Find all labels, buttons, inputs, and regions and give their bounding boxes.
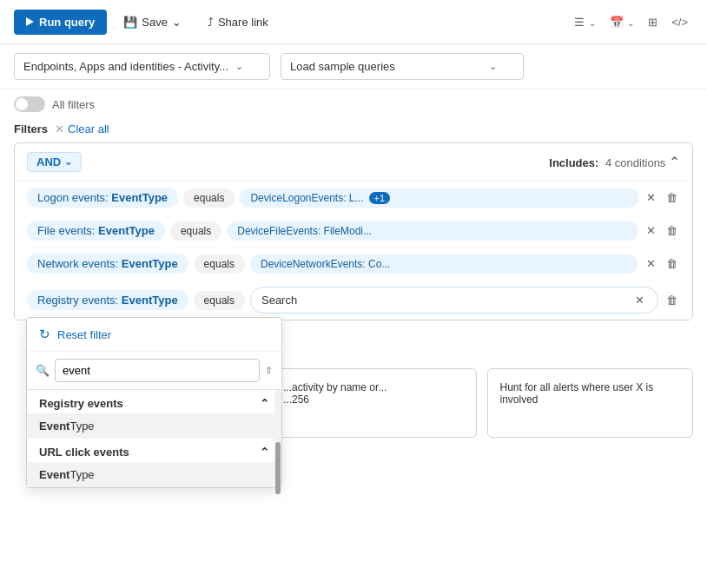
bottom-card-1[interactable]: ...activity by name or......256 (270, 368, 477, 438)
value-tag-2[interactable]: DeviceFileEvents: FileModi... (227, 221, 638, 241)
share-link-label: Share link (218, 16, 268, 29)
condition-field-4[interactable]: Registry events: EventType (27, 290, 188, 310)
reset-filter-item[interactable]: ↻ Reset filter (27, 318, 281, 352)
field-prefix-1: Logon events: (37, 191, 111, 204)
popup-scroll-content: Registry events ⌃ EventType URL click ev… (27, 390, 281, 487)
clear-search-value-button[interactable]: ✕ (632, 291, 647, 309)
popup-scroll-area: Registry events ⌃ EventType URL click ev… (27, 390, 281, 487)
run-query-button[interactable]: Run query (14, 10, 107, 35)
condition-row-4: Registry events: EventType equals Search… (15, 281, 692, 320)
value-tag-3[interactable]: DeviceNetworkEvents: Co... (250, 254, 638, 274)
field-name-1: EventType (111, 191, 168, 204)
field-name-4: EventType (122, 294, 178, 307)
and-operator-button[interactable]: AND ⌄ (27, 152, 82, 172)
filter-block: AND ⌄ Includes: 4 conditions ⌃ Logon eve… (14, 142, 693, 320)
popup-search-icon: 🔍 (36, 364, 50, 377)
toolbar: Run query 💾 Save ⌄ ⤴ Share link ☰ ⌄ 📅 ⌄ (0, 0, 707, 44)
bottom-card-2-text: Hunt for all alerts where user X is invo… (500, 381, 681, 406)
delete-condition-2-button[interactable]: 🗑 (664, 221, 680, 240)
field-prefix-2: File events: (37, 224, 98, 237)
filters-header-row: Filters ✕ Clear all (0, 119, 707, 139)
toolbar-right: ☰ ⌄ 📅 ⌄ ⊞ </> (569, 9, 693, 35)
list-icon: ☰ (574, 16, 585, 29)
equals-tag-1: equals (183, 188, 235, 208)
registry-section-label: Registry events (39, 397, 123, 410)
popup-section-registry: Registry events ⌃ (27, 390, 281, 413)
clear-condition-3-button[interactable]: ✕ (644, 254, 658, 273)
list-chevron-icon: ⌄ (589, 18, 596, 28)
condition-field-2[interactable]: File events: EventType (27, 221, 165, 241)
popup-item-url-eventtype[interactable]: EventType (27, 462, 281, 487)
all-filters-toggle[interactable] (14, 96, 45, 112)
and-label: AND (36, 155, 61, 168)
condition-row-3: Network events: EventType equals DeviceN… (15, 248, 692, 281)
conditions-count: 4 conditions (605, 156, 665, 169)
delete-condition-1-button[interactable]: 🗑 (664, 188, 680, 207)
sample-queries-chevron-icon: ⌄ (489, 61, 497, 72)
selects-row: Endpoints, Apps and identities - Activit… (0, 44, 707, 89)
popup-search-input[interactable] (55, 359, 260, 382)
popup-item-registry-eventtype[interactable]: EventType (27, 413, 281, 439)
share-link-button[interactable]: ⤴ Share link (198, 10, 278, 35)
source-chevron-icon: ⌄ (235, 61, 243, 72)
play-icon (26, 17, 34, 26)
popup-item-url-bold: Event (39, 468, 69, 481)
popup-section-url: URL click events ⌃ (27, 439, 281, 462)
value-tag-1[interactable]: DeviceLogonEvents: L...+1 (240, 188, 638, 208)
reset-filter-label: Reset filter (57, 328, 111, 341)
sample-queries-dropdown[interactable]: Load sample queries ⌄ (281, 53, 524, 80)
source-dropdown-value: Endpoints, Apps and identities - Activit… (23, 60, 228, 73)
condition-row-2: File events: EventType equals DeviceFile… (15, 215, 692, 248)
popup-search-row: 🔍 ⇧ (27, 352, 281, 390)
clear-all-label: Clear all (68, 122, 109, 135)
includes-text: Includes: 4 conditions (549, 156, 669, 169)
url-section-chevron-icon[interactable]: ⌃ (260, 446, 269, 459)
collapse-button[interactable]: ⌃ (669, 154, 680, 170)
code-icon: </> (671, 16, 688, 29)
url-section-label: URL click events (39, 446, 129, 459)
clear-condition-1-button[interactable]: ✕ (644, 188, 658, 207)
save-chevron-icon: ⌄ (172, 16, 182, 29)
includes-info: Includes: 4 conditions ⌃ (549, 154, 680, 170)
and-chevron-icon: ⌄ (64, 156, 72, 168)
popup-scrollbar-thumb (275, 442, 281, 494)
clear-all-x-icon: ✕ (55, 122, 64, 135)
calendar-chevron-icon: ⌄ (627, 18, 634, 28)
delete-condition-3-button[interactable]: 🗑 (664, 254, 680, 273)
reset-icon: ↻ (39, 327, 50, 342)
popup-scrollbar (274, 390, 281, 487)
search-value-text: Search (261, 294, 297, 307)
list-view-button[interactable]: ☰ ⌄ (569, 9, 600, 35)
search-value-box[interactable]: Search ✕ (250, 287, 658, 314)
bottom-cards-area: ...activity by name or......256 Hunt for… (256, 360, 707, 446)
calendar-button[interactable]: 📅 ⌄ (605, 9, 639, 35)
save-button[interactable]: 💾 Save ⌄ (114, 10, 191, 35)
source-dropdown[interactable]: Endpoints, Apps and identities - Activit… (14, 53, 270, 80)
equals-tag-2: equals (170, 221, 221, 241)
condition-row-1: Logon events: EventType equals DeviceLog… (15, 182, 692, 215)
clear-all-button[interactable]: ✕ Clear all (55, 122, 109, 135)
save-label: Save (142, 16, 168, 29)
popup-scroll-up[interactable]: ⇧ (265, 365, 273, 376)
toolbar-left: Run query 💾 Save ⌄ ⤴ Share link (14, 10, 278, 35)
code-button[interactable]: </> (666, 9, 693, 35)
condition-field-3[interactable]: Network events: EventType (27, 254, 188, 274)
sample-queries-value: Load sample queries (290, 60, 395, 73)
registry-section-chevron-icon[interactable]: ⌃ (260, 397, 269, 410)
bottom-card-2[interactable]: Hunt for all alerts where user X is invo… (487, 368, 694, 438)
popup-item-url-suffix: Type (69, 468, 94, 481)
field-prefix-4: Registry events: (37, 294, 122, 307)
clear-condition-2-button[interactable]: ✕ (644, 221, 658, 240)
condition-field-1[interactable]: Logon events: EventType (27, 188, 178, 208)
field-name-2: EventType (98, 224, 155, 237)
all-filters-label: All filters (52, 98, 95, 111)
equals-tag-4: equals (194, 291, 245, 310)
field-prefix-3: Network events: (37, 257, 122, 270)
run-query-label: Run query (39, 16, 95, 29)
table-button[interactable]: ⊞ (643, 9, 663, 35)
toggle-thumb (16, 98, 28, 110)
dropdown-popup: ↻ Reset filter 🔍 ⇧ Registry events ⌃ Eve… (26, 317, 282, 488)
bottom-card-1-text: ...activity by name or......256 (283, 381, 464, 406)
popup-item-registry-bold: Event (39, 420, 69, 433)
delete-condition-4-button[interactable]: 🗑 (664, 291, 680, 309)
